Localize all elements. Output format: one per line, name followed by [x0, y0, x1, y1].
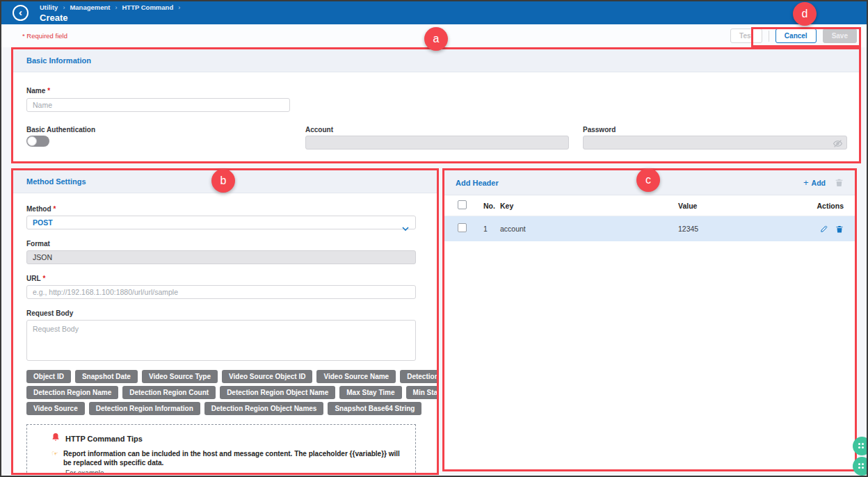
tag-detection-region-name[interactable]: Detection Region Name — [26, 386, 118, 399]
toolbar-divider — [769, 31, 769, 42]
required-asterisk: * — [54, 205, 56, 213]
eye-off-icon — [833, 138, 842, 151]
method-settings-section: Method Settings Method* POST Format — [11, 168, 439, 475]
row-checkbox[interactable] — [458, 223, 467, 232]
save-button[interactable]: Save — [823, 29, 857, 43]
dots-icon — [858, 463, 860, 465]
delete-selected-icon[interactable] — [835, 178, 844, 187]
floating-widget-button-top[interactable] — [853, 437, 868, 455]
basic-information-title: Basic Information — [26, 56, 91, 65]
delete-row-icon[interactable] — [835, 225, 844, 234]
placeholder-tags: Object ID Snapshot Date Video Source Typ… — [26, 370, 424, 415]
column-value: Value — [678, 202, 803, 210]
annotation-circle-b: b — [211, 169, 235, 193]
back-button[interactable]: ‹ — [13, 5, 29, 21]
url-input[interactable] — [26, 285, 416, 299]
add-header-title: Add Header — [456, 179, 499, 187]
row-value: 12345 — [678, 225, 803, 233]
breadcrumb-separator-icon: › — [178, 4, 180, 11]
add-header-add-button[interactable]: + Add — [803, 178, 826, 187]
column-key: Key — [500, 202, 678, 210]
breadcrumb: Utility › Management › HTTP Command › — [40, 3, 180, 11]
tips-title: HTTP Command Tips — [65, 435, 143, 443]
chevron-down-icon — [402, 221, 409, 234]
annotation-circle-d: d — [793, 2, 817, 26]
method-selected-value: POST — [33, 218, 53, 227]
url-label: URL* — [26, 275, 424, 282]
column-no: No. — [483, 202, 500, 210]
tag-video-source-type[interactable]: Video Source Type — [142, 370, 218, 383]
annotation-circle-c: c — [636, 168, 660, 192]
format-label: Format — [26, 240, 424, 248]
breadcrumb-separator-icon: › — [115, 4, 117, 11]
plus-icon: + — [803, 178, 809, 187]
tag-min-stay-time[interactable]: Min Stay Time — [406, 386, 439, 399]
password-label: Password — [583, 126, 616, 134]
tag-max-stay-time[interactable]: Max Stay Time — [339, 386, 401, 399]
breadcrumb-item-management[interactable]: Management — [70, 3, 110, 11]
required-field-note: * Required field — [22, 32, 67, 40]
breadcrumb-item-http-command[interactable]: HTTP Command — [122, 3, 173, 11]
top-navigation-bar: ‹ Utility › Management › HTTP Command › … — [1, 1, 867, 24]
breadcrumb-item-utility[interactable]: Utility — [40, 3, 58, 11]
row-no: 1 — [483, 225, 500, 233]
select-all-checkbox[interactable] — [458, 200, 467, 209]
method-settings-title: Method Settings — [26, 177, 86, 186]
required-asterisk: * — [43, 275, 46, 282]
cancel-button[interactable]: Cancel — [775, 29, 817, 43]
page-title: Create — [40, 13, 180, 23]
tag-detection-region-count[interactable]: Detection Region Count — [122, 386, 216, 399]
edit-row-icon[interactable] — [820, 225, 828, 234]
basic-information-header: Basic Information — [13, 49, 859, 72]
basic-information-section: Basic Information Name* Basic Authentica… — [11, 47, 861, 163]
request-body-textarea[interactable] — [26, 320, 416, 361]
basic-authentication-label: Basic Authentication — [26, 126, 95, 134]
method-select[interactable]: POST — [26, 216, 416, 229]
tag-detection-region-information[interactable]: Detection Region Information — [89, 402, 200, 415]
name-input[interactable] — [26, 98, 290, 112]
add-header-section: Add Header + Add No. Key Value Actions 1… — [442, 168, 857, 471]
tag-video-source-name[interactable]: Video Source Name — [316, 370, 396, 383]
required-asterisk: * — [47, 87, 50, 95]
tag-video-source-object-id[interactable]: Video Source Object ID — [222, 370, 312, 383]
bell-icon — [51, 432, 60, 445]
http-command-tips-box: HTTP Command Tips ☞ Report information c… — [26, 424, 416, 475]
annotation-circle-a: a — [424, 27, 448, 51]
toggle-knob — [27, 136, 37, 146]
tips-example-label: For example — [65, 469, 407, 475]
method-label: Method* — [26, 205, 424, 213]
test-button[interactable]: Test — [730, 29, 762, 43]
name-label: Name* — [26, 87, 50, 95]
header-table-head: No. Key Value Actions — [444, 195, 855, 216]
account-input — [305, 136, 569, 149]
floating-widget-button-bottom[interactable] — [853, 457, 868, 476]
tips-text: Report information can be included in th… — [63, 449, 407, 467]
tag-snapshot-base64-string[interactable]: Snapshot Base64 String — [328, 402, 421, 415]
pointing-hand-icon: ☞ — [51, 449, 58, 458]
tag-detection-region-object-id[interactable]: Detection Region Object ID — [400, 370, 439, 383]
row-key: account — [500, 225, 678, 233]
http-command-create-page: ‹ Utility › Management › HTTP Command › … — [0, 0, 868, 477]
back-chevron-icon: ‹ — [19, 7, 22, 17]
column-actions: Actions — [803, 202, 844, 210]
tag-video-source[interactable]: Video Source — [26, 402, 85, 415]
account-label: Account — [305, 126, 333, 134]
tag-object-id[interactable]: Object ID — [26, 370, 71, 383]
tag-detection-region-object-name[interactable]: Detection Region Object Name — [220, 386, 335, 399]
password-input — [583, 136, 847, 149]
header-table-row[interactable]: 1 account 12345 — [444, 216, 855, 241]
tag-detection-region-object-names[interactable]: Detection Region Object Names — [204, 402, 324, 415]
basic-authentication-toggle[interactable] — [26, 136, 49, 147]
format-input — [26, 250, 416, 264]
breadcrumb-separator-icon: › — [63, 4, 65, 11]
tag-snapshot-date[interactable]: Snapshot Date — [75, 370, 138, 383]
dots-icon — [858, 443, 860, 445]
request-body-label: Request Body — [26, 309, 424, 317]
